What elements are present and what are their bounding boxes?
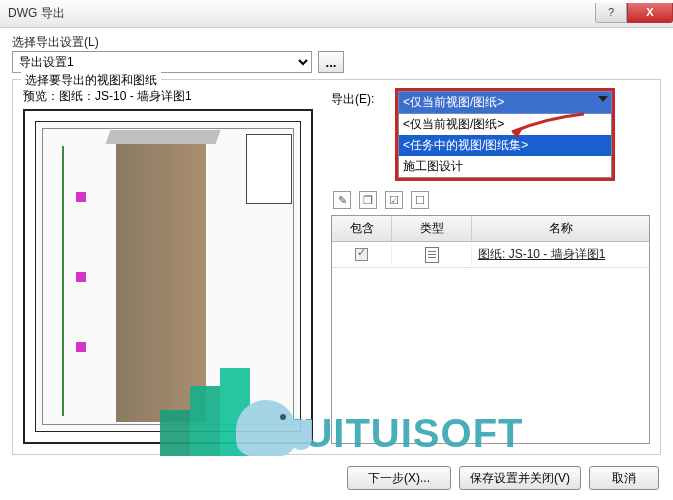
dropdown-selected-text: <仅当前视图/图纸> — [403, 95, 504, 109]
preview-image — [35, 121, 301, 432]
dialog-footer: 下一步(X)... 保存设置并关闭(V) 取消 — [347, 466, 659, 490]
save-close-button[interactable]: 保存设置并关闭(V) — [459, 466, 581, 490]
row-name[interactable]: 图纸: JS-10 - 墙身详图1 — [472, 243, 649, 266]
list-toolbar: ✎ ❐ ☑ ☐ — [333, 191, 650, 209]
uncheck-all-icon[interactable]: ☐ — [411, 191, 429, 209]
chevron-down-icon — [598, 96, 608, 102]
col-name[interactable]: 名称 — [472, 216, 649, 241]
col-type[interactable]: 类型 — [392, 216, 472, 241]
next-button[interactable]: 下一步(X)... — [347, 466, 451, 490]
check-all-icon[interactable]: ☑ — [385, 191, 403, 209]
dropdown-selected[interactable]: <仅当前视图/图纸> — [398, 91, 612, 114]
dropdown-option-0[interactable]: <仅当前视图/图纸> — [399, 114, 611, 135]
help-button[interactable]: ? — [595, 3, 627, 23]
new-list-icon[interactable]: ✎ — [333, 191, 351, 209]
dropdown-list: <仅当前视图/图纸> <任务中的视图/图纸集> 施工图设计 — [398, 114, 612, 178]
grid-header: 包含 类型 名称 — [332, 216, 649, 242]
views-sheets-group: 选择要导出的视图和图纸 预览：图纸：JS-10 - 墙身详图1 导出(E): — [12, 79, 661, 455]
views-grid: 包含 类型 名称 图纸: JS-10 - 墙身详图1 — [331, 215, 650, 444]
sheet-icon — [425, 247, 439, 263]
preview-label: 预览：图纸：JS-10 - 墙身详图1 — [23, 88, 313, 105]
dropdown-option-2[interactable]: 施工图设计 — [399, 156, 611, 177]
export-settings-label: 选择导出设置(L) — [12, 34, 661, 51]
include-checkbox[interactable] — [355, 248, 368, 261]
export-scope-label: 导出(E): — [331, 88, 387, 108]
dropdown-option-1[interactable]: <任务中的视图/图纸集> — [399, 135, 611, 156]
settings-browse-button[interactable]: ... — [318, 51, 344, 73]
export-scope-dropdown[interactable]: <仅当前视图/图纸> <仅当前视图/图纸> <任务中的视图/图纸集> 施工图设计 — [395, 88, 615, 181]
col-include[interactable]: 包含 — [332, 216, 392, 241]
window-controls: ? X — [595, 3, 673, 25]
cancel-button[interactable]: 取消 — [589, 466, 659, 490]
table-row[interactable]: 图纸: JS-10 - 墙身详图1 — [332, 242, 649, 268]
dialog-content: 选择导出设置(L) 导出设置1 ... 选择要导出的视图和图纸 预览：图纸：JS… — [0, 28, 673, 500]
duplicate-icon[interactable]: ❐ — [359, 191, 377, 209]
group-title: 选择要导出的视图和图纸 — [21, 72, 161, 89]
preview-panel — [23, 109, 313, 444]
title-bar: DWG 导出 ? X — [0, 0, 673, 28]
export-settings-combo[interactable]: 导出设置1 — [12, 51, 312, 73]
close-button[interactable]: X — [627, 3, 673, 23]
window-title: DWG 导出 — [8, 5, 595, 22]
